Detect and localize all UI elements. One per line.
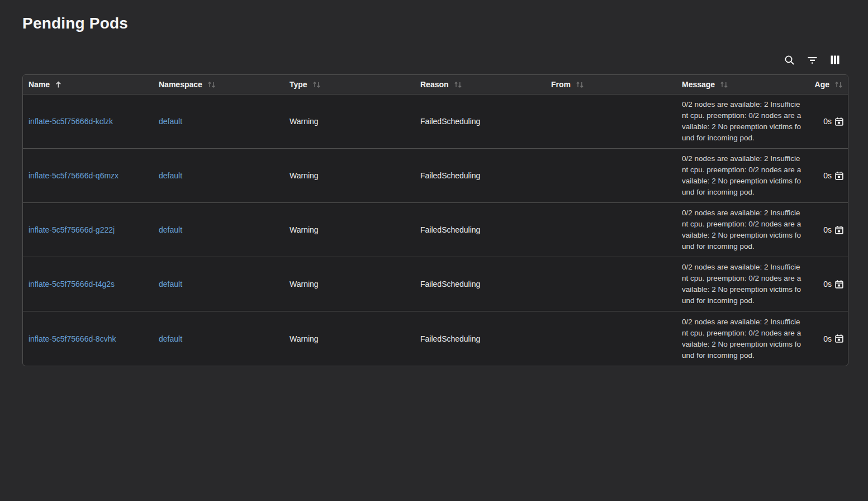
reason-cell: FailedScheduling bbox=[415, 149, 546, 203]
calendar-icon bbox=[835, 226, 843, 234]
pod-name-link[interactable]: inflate-5c5f75666d-q6mzx bbox=[29, 171, 118, 180]
age-value: 0s bbox=[823, 171, 832, 180]
namespace-link[interactable]: default bbox=[159, 225, 182, 234]
from-cell bbox=[546, 94, 677, 149]
column-label: Type bbox=[290, 80, 307, 89]
table-toolbar bbox=[22, 53, 848, 67]
sort-arrows-icon bbox=[312, 81, 321, 88]
type-cell: Warning bbox=[284, 94, 415, 149]
column-header-name[interactable]: Name bbox=[23, 75, 154, 94]
sort-ascending-icon bbox=[55, 81, 62, 88]
sort-arrows-icon bbox=[834, 81, 843, 88]
filter-icon bbox=[807, 55, 818, 65]
message-cell: 0/2 nodes are available: 2 Insufficient … bbox=[677, 94, 808, 149]
pod-name-link[interactable]: inflate-5c5f75666d-kclzk bbox=[29, 117, 113, 126]
from-cell bbox=[546, 149, 677, 203]
column-label: Age bbox=[815, 80, 829, 89]
message-cell: 0/2 nodes are available: 2 Insufficient … bbox=[677, 257, 808, 311]
type-cell: Warning bbox=[284, 149, 415, 203]
type-cell: Warning bbox=[284, 203, 415, 257]
namespace-link[interactable]: default bbox=[159, 334, 182, 343]
age-value: 0s bbox=[823, 117, 832, 126]
column-header-type[interactable]: Type bbox=[284, 75, 415, 94]
sort-arrows-icon bbox=[454, 81, 462, 88]
pending-pods-page: Pending Pods bbox=[0, 12, 868, 366]
pod-name-link[interactable]: inflate-5c5f75666d-t4g2s bbox=[29, 280, 115, 289]
column-header-namespace[interactable]: Namespace bbox=[154, 75, 284, 94]
table-row: inflate-5c5f75666d-t4g2s default Warning… bbox=[23, 257, 848, 311]
table-row: inflate-5c5f75666d-g222j default Warning… bbox=[23, 203, 848, 257]
reason-cell: FailedScheduling bbox=[415, 257, 546, 311]
pod-name-link[interactable]: inflate-5c5f75666d-g222j bbox=[29, 225, 115, 234]
calendar-icon bbox=[835, 280, 843, 289]
search-button[interactable] bbox=[782, 53, 796, 67]
column-label: From bbox=[551, 80, 571, 89]
namespace-link[interactable]: default bbox=[159, 171, 182, 180]
calendar-icon bbox=[835, 172, 843, 180]
column-header-reason[interactable]: Reason bbox=[415, 75, 546, 94]
calendar-icon bbox=[835, 117, 843, 126]
table-row: inflate-5c5f75666d-q6mzx default Warning… bbox=[23, 149, 848, 203]
type-cell: Warning bbox=[284, 257, 415, 311]
column-label: Namespace bbox=[159, 80, 202, 89]
type-cell: Warning bbox=[284, 311, 415, 366]
reason-cell: FailedScheduling bbox=[415, 203, 546, 257]
sort-arrows-icon bbox=[207, 81, 216, 88]
from-cell bbox=[546, 203, 677, 257]
column-header-from[interactable]: From bbox=[546, 75, 677, 94]
column-label: Name bbox=[29, 80, 50, 89]
from-cell bbox=[546, 311, 677, 366]
pending-pods-table: Name Namespace bbox=[22, 74, 848, 366]
age-value: 0s bbox=[823, 280, 832, 289]
reason-cell: FailedScheduling bbox=[415, 311, 546, 366]
pod-name-link[interactable]: inflate-5c5f75666d-8cvhk bbox=[29, 334, 116, 343]
search-icon bbox=[784, 55, 795, 65]
column-header-age[interactable]: Age bbox=[808, 75, 848, 94]
sort-arrows-icon bbox=[720, 81, 728, 88]
age-value: 0s bbox=[823, 334, 832, 343]
column-label: Reason bbox=[420, 80, 449, 89]
page-title: Pending Pods bbox=[22, 12, 868, 35]
calendar-icon bbox=[835, 334, 843, 343]
columns-icon bbox=[830, 55, 840, 65]
message-cell: 0/2 nodes are available: 2 Insufficient … bbox=[677, 203, 808, 257]
message-cell: 0/2 nodes are available: 2 Insufficient … bbox=[677, 311, 808, 366]
reason-cell: FailedScheduling bbox=[415, 94, 546, 149]
column-header-message[interactable]: Message bbox=[677, 75, 808, 94]
message-cell: 0/2 nodes are available: 2 Insufficient … bbox=[677, 149, 808, 203]
namespace-link[interactable]: default bbox=[159, 117, 182, 126]
column-label: Message bbox=[682, 80, 715, 89]
table-header-row: Name Namespace bbox=[23, 75, 848, 94]
from-cell bbox=[546, 257, 677, 311]
table-row: inflate-5c5f75666d-kclzk default Warning… bbox=[23, 94, 848, 149]
age-value: 0s bbox=[823, 225, 832, 234]
table-row: inflate-5c5f75666d-8cvhk default Warning… bbox=[23, 311, 848, 366]
manage-columns-button[interactable] bbox=[828, 53, 842, 67]
namespace-link[interactable]: default bbox=[159, 280, 182, 289]
filter-button[interactable] bbox=[805, 53, 819, 67]
sort-arrows-icon bbox=[576, 81, 584, 88]
